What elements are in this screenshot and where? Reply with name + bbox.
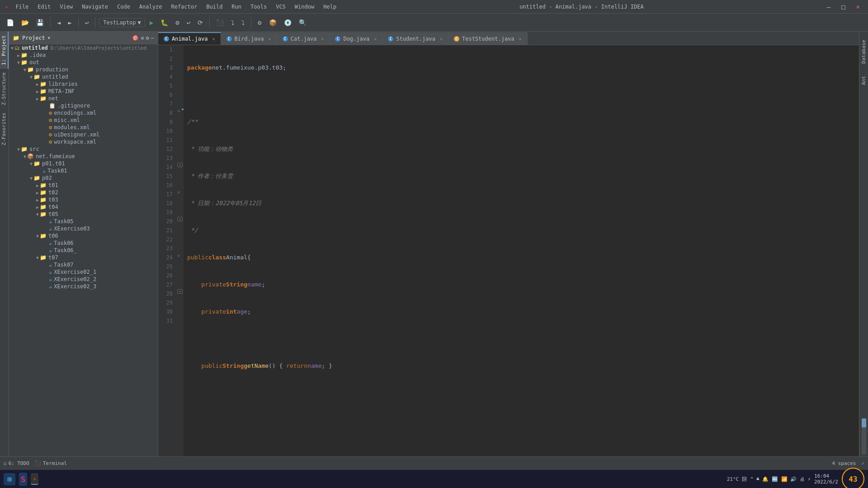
step-into-button[interactable]: ⤵ — [239, 17, 247, 28]
tab-bird-close[interactable]: × — [269, 37, 271, 42]
tree-item-idea[interactable]: ▶ 📁 .idea — [9, 52, 158, 59]
panel-dropdown-icon[interactable]: ▼ — [48, 36, 50, 40]
open-icon[interactable]: 📂 — [19, 17, 32, 28]
tree-item-xexercise02-3[interactable]: ☕ XExercise02_3 — [9, 283, 158, 290]
tab-cat-close[interactable]: × — [321, 37, 324, 42]
tree-item-untitled-project[interactable]: ▼ 🗂 untitled D:\Users\A\IdeaProjects\unt… — [9, 44, 158, 52]
tree-item-uidesigner[interactable]: ⚙ uiDesigner.xml — [9, 131, 158, 138]
left-tab-structure[interactable]: Z-Structure — [0, 69, 9, 109]
tab-dog-close[interactable]: × — [374, 37, 377, 42]
tree-item-encodings[interactable]: ⚙ encodings.xml — [9, 109, 158, 117]
menu-analyze[interactable]: Analyze — [136, 3, 166, 11]
tree-item-task05[interactable]: ☕ Task05 — [9, 218, 158, 225]
code-content[interactable]: package net.fumeixue.p03.t03; /** * 功能：动… — [184, 45, 859, 456]
run-button[interactable]: ▶ — [147, 17, 156, 28]
more-run-button[interactable]: ⟳ — [195, 17, 206, 28]
new-file-icon[interactable]: 📄 — [4, 17, 17, 28]
tree-item-t04[interactable]: ▶ 📁 t04 — [9, 203, 158, 211]
tab-student-close[interactable]: × — [440, 37, 443, 42]
tree-item-net[interactable]: ▶ 📁 net — [9, 95, 158, 102]
tree-item-gitignore[interactable]: 📋 .gitignore — [9, 102, 158, 109]
menu-code[interactable]: Code — [113, 3, 134, 11]
undo-icon[interactable]: ↩ — [82, 17, 91, 28]
maximize-button[interactable]: □ — [838, 2, 849, 11]
debug-button[interactable]: 🐛 — [158, 17, 171, 28]
tree-item-misc[interactable]: ⚙ misc.xml — [9, 117, 158, 124]
locate-in-tree-icon[interactable]: 🎯 — [132, 35, 139, 41]
tree-item-task01[interactable]: ☕ Task01 — [9, 167, 158, 174]
settings-icon[interactable]: ⚙ — [255, 17, 264, 28]
tree-item-t05[interactable]: ▼ 📁 t05 — [9, 211, 158, 218]
forward-icon[interactable]: ► — [65, 17, 74, 28]
tab-teststudent-close[interactable]: × — [519, 37, 522, 42]
menu-navigate[interactable]: Navigate — [78, 3, 112, 11]
tree-item-src[interactable]: ▼ 📁 src — [9, 145, 158, 153]
menu-tools[interactable]: Tools — [247, 3, 270, 11]
menu-run[interactable]: Run — [228, 3, 245, 11]
tree-item-out[interactable]: ▼ 📁 out — [9, 59, 158, 66]
tab-teststudent-java[interactable]: C TestStudent.java × — [448, 32, 528, 45]
stop-button[interactable]: ⬛ — [213, 17, 226, 28]
menu-view[interactable]: View — [56, 3, 76, 11]
ant-tab[interactable]: Ant — [860, 74, 868, 87]
back-icon[interactable]: ◄ — [54, 17, 63, 28]
menu-refactor[interactable]: Refactor — [167, 3, 201, 11]
terminal-status[interactable]: ⬛ Terminal — [35, 460, 67, 466]
menu-file[interactable]: File — [12, 3, 32, 11]
external-tools-icon[interactable]: 📦 — [266, 17, 279, 28]
taskbar-sogou[interactable]: S — [19, 473, 28, 486]
menu-help[interactable]: Help — [320, 3, 340, 11]
tab-dog-java[interactable]: C Dog.java × — [330, 32, 382, 45]
tree-item-p01t01[interactable]: ▼ 📁 p01.t01 — [9, 160, 158, 167]
todo-status[interactable]: ☑ 6: TODO — [4, 460, 29, 466]
step-over-button[interactable]: ⤵ — [228, 17, 237, 28]
menu-window[interactable]: Window — [291, 3, 318, 11]
tree-item-t03[interactable]: ▶ 📁 t03 — [9, 196, 158, 203]
menu-vcs[interactable]: VCS — [272, 3, 289, 11]
panel-header: 📁 Project ▼ 🎯 ≡ ⚙ — — [9, 32, 158, 44]
tree-item-t01[interactable]: ▶ 📁 t01 — [9, 182, 158, 189]
right-sidebar: Database Ant — [859, 32, 868, 456]
panel-close-icon[interactable]: — — [151, 35, 154, 41]
code-editor[interactable]: 1 2 3 4 5 6 7 8 9 10 11 12 13 14 15 16 1… — [158, 45, 859, 456]
tree-item-modules[interactable]: ⚙ modules.xml — [9, 124, 158, 131]
tree-item-xexercise02-1[interactable]: ☕ XExercise02_1 — [9, 268, 158, 276]
run-config-dropdown[interactable]: TestLaptop ▼ — [99, 18, 145, 27]
tab-cat-java[interactable]: C Cat.java × — [277, 32, 330, 45]
settings-gear-icon[interactable]: ⚙ — [146, 35, 149, 41]
coverage-button[interactable]: ⚙ — [173, 17, 182, 28]
tree-item-libraries[interactable]: ▶ 📁 libraries — [9, 80, 158, 88]
tree-item-task06_[interactable]: ☕ Task06_ — [9, 247, 158, 254]
tree-item-p02[interactable]: ▼ 📁 p02 — [9, 174, 158, 182]
close-button[interactable]: × — [853, 2, 863, 11]
tree-item-xexercise02-2[interactable]: ☕ XExercise02_2 — [9, 276, 158, 283]
tab-bird-java[interactable]: C Bird.java × — [221, 32, 277, 45]
tree-item-t02[interactable]: ▶ 📁 t02 — [9, 189, 158, 196]
tree-item-untitled-inner[interactable]: ▼ 📁 untitled — [9, 73, 158, 80]
tree-item-task07[interactable]: ☕ Task07 — [9, 261, 158, 268]
taskbar-intellij[interactable]: ✦ — [31, 473, 38, 485]
left-tab-favorites[interactable]: Z-Favorites — [0, 109, 9, 149]
menu-build[interactable]: Build — [203, 3, 226, 11]
tab-animal-close[interactable]: × — [212, 37, 215, 42]
menu-edit[interactable]: Edit — [34, 3, 54, 11]
tree-item-net-fumeixue[interactable]: ▼ 📦 net.fumeixue — [9, 153, 158, 160]
sdk-manager-icon[interactable]: 💿 — [281, 17, 294, 28]
profile-button[interactable]: ↩ — [184, 17, 193, 28]
minimize-button[interactable]: — — [823, 2, 834, 11]
tree-item-xexercise03[interactable]: ☕ XExercise03 — [9, 225, 158, 232]
tree-item-t06[interactable]: ▼ 📁 t06 — [9, 232, 158, 239]
database-tab[interactable]: Database — [860, 38, 868, 66]
tab-animal-java[interactable]: C Animal.java × — [158, 32, 221, 45]
tree-item-production[interactable]: ▼ 📁 production — [9, 66, 158, 73]
tree-item-workspace[interactable]: ⚙ workspace.xml — [9, 138, 158, 145]
tree-item-task06[interactable]: ☕ Task06 — [9, 239, 158, 247]
tree-item-t07[interactable]: ▼ 📁 t07 — [9, 254, 158, 261]
collapse-all-icon[interactable]: ≡ — [141, 35, 144, 41]
search-everywhere-icon[interactable]: 🔍 — [296, 17, 309, 28]
left-tab-project[interactable]: 1: Project — [0, 32, 9, 69]
tree-item-meta-inf[interactable]: ▶ 📁 META-INF — [9, 88, 158, 95]
start-button[interactable]: ⊞ — [4, 473, 15, 485]
save-icon[interactable]: 💾 — [33, 17, 47, 28]
tab-student-java[interactable]: C Student.java × — [382, 32, 448, 45]
